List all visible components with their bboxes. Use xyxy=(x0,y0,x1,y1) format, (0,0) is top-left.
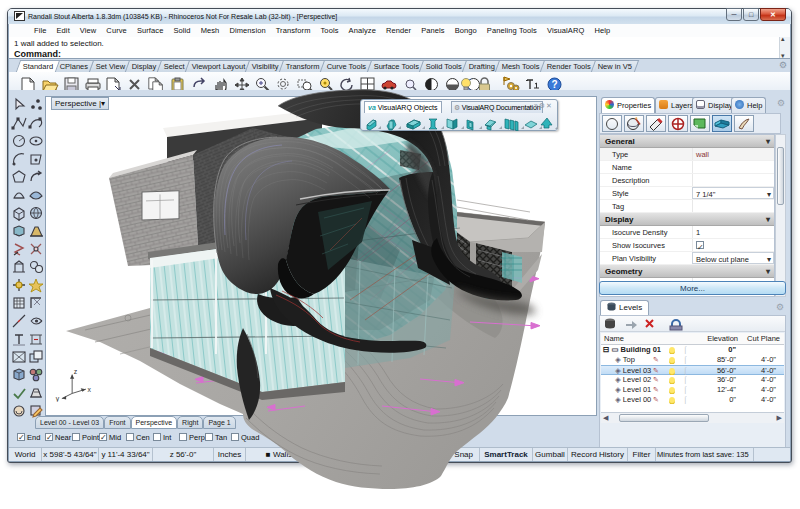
svg-text:x: x xyxy=(88,386,92,393)
svg-text:z: z xyxy=(74,368,78,375)
svg-text:y: y xyxy=(56,395,60,402)
